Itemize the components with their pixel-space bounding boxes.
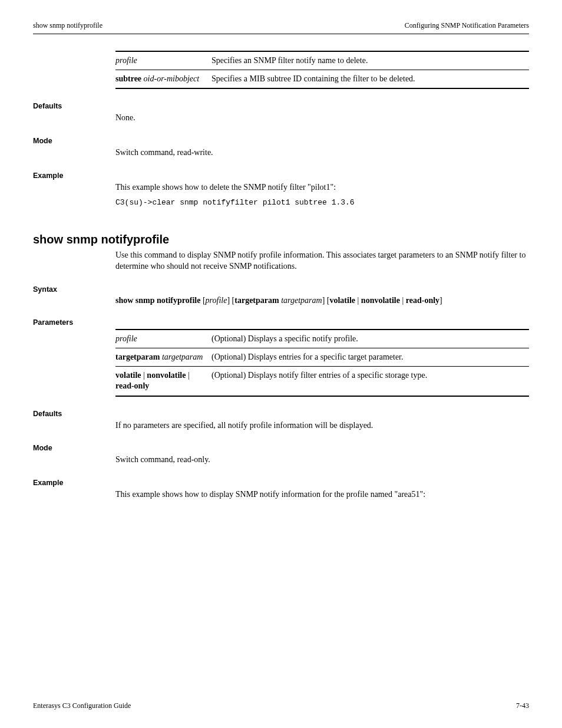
running-head-right: Configuring SNMP Notification Parameters xyxy=(405,21,529,30)
syntax-line: show snmp notifyprofile [profile] [targe… xyxy=(115,296,529,305)
param-name: subtree oid-or-mibobject xyxy=(115,70,211,89)
command-desc: Use this command to display SNMP notify … xyxy=(115,250,529,272)
param-name: profile xyxy=(115,330,211,348)
footer-left: Enterasys C3 Configuration Guide xyxy=(33,701,131,710)
param-desc: (Optional) Displays entries for a specif… xyxy=(211,348,529,367)
mode-text-2: Switch command, read-only. xyxy=(115,454,529,466)
parameters-label: Parameters xyxy=(33,318,529,327)
table-row: volatile | nonvolatile | read-only (Opti… xyxy=(115,367,529,396)
table-row: subtree oid-or-mibobject Specifies a MIB… xyxy=(115,70,529,89)
page-footer: Enterasys C3 Configuration Guide 7-43 xyxy=(33,701,529,710)
params-table-clear: profile Specifies an SNMP filter notify … xyxy=(115,51,529,89)
param-desc: Specifies an SNMP filter notify name to … xyxy=(211,51,529,70)
param-desc: Specifies a MIB subtree ID containing th… xyxy=(211,70,529,89)
running-head-left: show snmp notifyprofile xyxy=(33,21,103,30)
defaults-label-2: Defaults xyxy=(33,410,529,418)
defaults-text: None. xyxy=(115,113,529,124)
defaults-label: Defaults xyxy=(33,102,529,110)
footer-right: 7-43 xyxy=(516,701,529,710)
example-label: Example xyxy=(33,172,529,180)
mode-label-2: Mode xyxy=(33,444,529,452)
table-row: profile Specifies an SNMP filter notify … xyxy=(115,51,529,70)
param-name: targetparam targetparam xyxy=(115,348,211,367)
mode-text: Switch command, read-write. xyxy=(115,147,529,159)
example-code: C3(su)->clear snmp notifyfilter pilot1 s… xyxy=(115,198,529,207)
param-desc: (Optional) Displays a specific notify pr… xyxy=(211,330,529,348)
table-row: targetparam targetparam (Optional) Displ… xyxy=(115,348,529,367)
defaults-text-2: If no parameters are specified, all noti… xyxy=(115,420,529,431)
mode-label: Mode xyxy=(33,137,529,145)
param-name: profile xyxy=(115,51,211,70)
running-head: show snmp notifyprofile Configuring SNMP… xyxy=(33,21,529,34)
example-text-2: This example shows how to display SNMP n… xyxy=(115,489,529,500)
param-desc: (Optional) Displays notify filter entrie… xyxy=(211,367,529,396)
param-name: volatile | nonvolatile | read-only xyxy=(115,367,211,396)
example-text: This example shows how to delete the SNM… xyxy=(115,182,529,193)
syntax-label: Syntax xyxy=(33,285,529,294)
example-label-2: Example xyxy=(33,479,529,487)
params-table-show: profile (Optional) Displays a specific n… xyxy=(115,329,529,397)
command-heading: show snmp notifyprofile xyxy=(33,233,529,246)
table-row: profile (Optional) Displays a specific n… xyxy=(115,330,529,348)
